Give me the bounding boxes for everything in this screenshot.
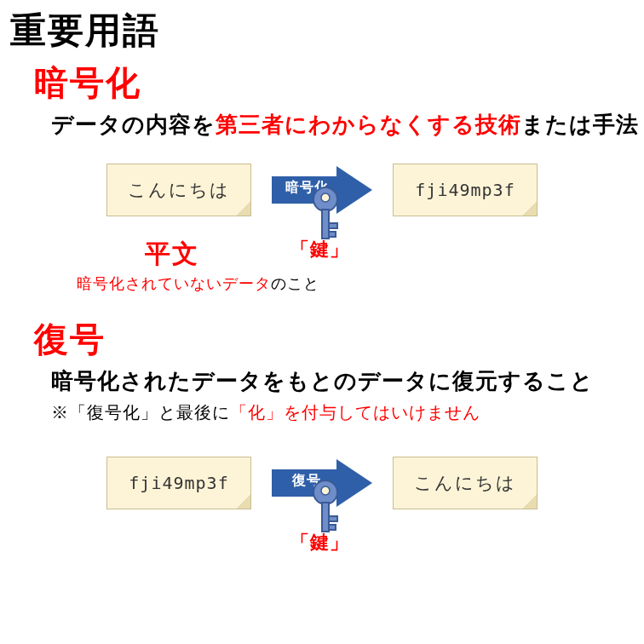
diagram-encrypt: こんにちは 暗号化 「鍵」 fji49mp3f (0, 152, 644, 228)
definition-decrypt: 暗号化されたデータをもとのデータに復元すること (51, 366, 644, 396)
svg-rect-7 (322, 503, 329, 532)
svg-point-1 (321, 193, 330, 202)
definition-encrypt-post: または手法 (521, 112, 639, 137)
svg-rect-8 (329, 516, 337, 521)
definition-encrypt: データの内容を第三者にわからなくする技術または手法 (51, 110, 644, 140)
plaintext-box: こんにちは (106, 164, 251, 216)
heading-encrypt: 暗号化 (34, 60, 644, 106)
ciphertext-box-2: fji49mp3f (106, 457, 251, 509)
svg-rect-3 (329, 223, 337, 228)
slide-title: 重要用語 (0, 0, 644, 55)
definition-encrypt-pre: データの内容を (51, 112, 216, 137)
arrow-encrypt-wrap: 暗号化 「鍵」 (267, 152, 377, 228)
svg-point-6 (321, 486, 330, 495)
caution-red: 「化」を付与してはいけません (230, 403, 480, 422)
key-label-encrypt: 「鍵」 (290, 237, 349, 262)
plaintext-sub: 暗号化されていないデータのこと (77, 273, 644, 294)
arrow-decrypt-wrap: 復号 「鍵」 (267, 445, 377, 521)
definition-encrypt-emph: 第三者にわからなくする技術 (216, 112, 521, 137)
ciphertext-box: fji49mp3f (393, 164, 538, 216)
plaintext-box-2: こんにちは (393, 457, 538, 509)
svg-rect-2 (322, 210, 329, 239)
heading-decrypt: 復号 (34, 316, 644, 363)
diagram-decrypt: fji49mp3f 復号 「鍵」 こんにちは (0, 445, 644, 521)
caution-decrypt: ※「復号化」と最後に「化」を付与してはいけません (51, 401, 644, 424)
plaintext-sub-red: 暗号化されていないデータ (77, 275, 271, 292)
plaintext-label: 平文 (145, 237, 644, 272)
key-label-decrypt: 「鍵」 (290, 530, 349, 555)
plaintext-sub-post: のこと (271, 275, 319, 292)
caution-pre: ※「復号化」と最後に (51, 403, 230, 422)
